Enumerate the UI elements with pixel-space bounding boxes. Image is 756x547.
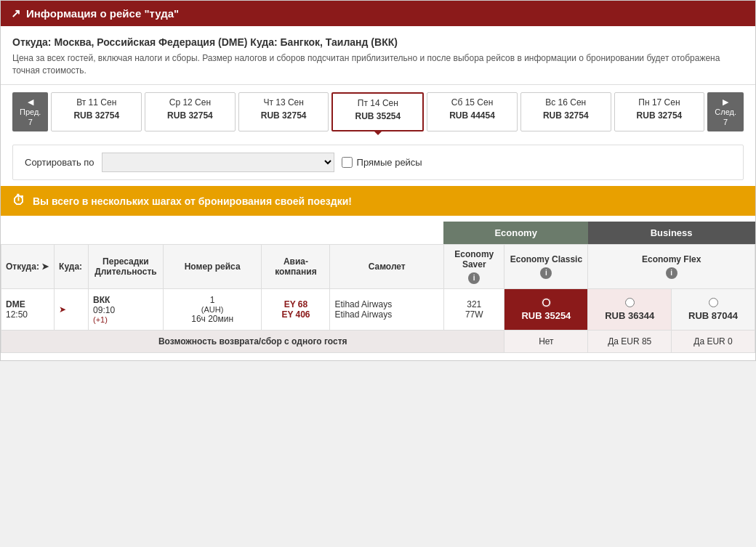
saver-radio-row [509,298,583,307]
date-cell-1[interactable]: Ср 12 Сен RUB 32754 [145,92,236,132]
classic-header: Economy Classic i [504,245,588,289]
plane-2: 77W [449,309,500,320]
from-code: DME [6,299,49,309]
refund-classic-value: Да EUR 85 [588,331,672,353]
refund-saver-value: Нет [504,331,588,353]
refund-flex-value: Да EUR 0 [672,331,755,353]
date-day-5: Вс 16 Сен [528,97,603,108]
classic-price-cell[interactable]: RUB 36344 [588,289,672,331]
flex-price-cell[interactable]: RUB 87044 [672,289,755,331]
flex-price: RUB 87044 [676,310,750,321]
airline-1: Etihad Airways [334,299,439,309]
page-header: ↗ Информация о рейсе "туда" [1,1,755,26]
date-price-6: RUB 32754 [622,110,697,121]
date-day-1: Ср 12 Сен [153,97,228,108]
next-arrow-icon: ▶ [723,97,728,107]
flex-radio-row [676,298,750,307]
saver-price: RUB 35254 [509,310,583,321]
promo-banner: ⏱ Вы всего в нескольких шагах от брониро… [1,186,755,216]
prev-dates-button[interactable]: ◀ Пред. 7 [12,92,48,132]
from-cell: DME 12:50 [1,289,55,331]
plane-1: 321 [449,299,500,309]
business-group-header: Business [588,222,755,245]
date-price-1: RUB 32754 [153,110,228,121]
flight-direction-icon: ➤ [59,304,66,315]
date-cell-5[interactable]: Вс 16 Сен RUB 32754 [520,92,611,132]
economy-group-header: Economy [443,222,587,245]
date-cell-3[interactable]: Пт 14 Сен RUB 35254 [331,92,424,132]
date-price-0: RUB 32754 [59,110,134,121]
sort-select[interactable] [102,153,334,172]
flight-num-2: EY 406 [266,309,325,320]
stops-code: (AUH) [168,305,257,314]
route-title: Откуда: Москва, Российская Федерация (DM… [12,36,744,48]
date-day-4: Сб 15 Сен [435,97,510,108]
date-price-5: RUB 32754 [528,110,603,121]
date-cell-4[interactable]: Сб 15 Сен RUB 44454 [427,92,518,132]
column-group-header-row: Economy Business [1,222,755,245]
stops-count: 1 [168,295,257,305]
date-price-3: RUB 35254 [340,111,415,121]
airline-2: Etihad Airways [334,309,439,320]
column-sub-header-row: Откуда: ➤ Куда: Пересадки Длительность Н… [1,245,755,289]
flex-header: Economy Flex i [588,245,755,289]
next-label: След. [715,107,736,117]
arrow-cell: ➤ [55,289,89,331]
to-header: Куда: [55,245,89,289]
to-day: (+1) [93,315,158,324]
stops-header: Пересадки Длительность [89,245,164,289]
prev-arrow-icon: ◀ [28,97,33,107]
date-cell-0[interactable]: Вт 11 Сен RUB 32754 [51,92,142,132]
next-count: 7 [723,117,728,127]
sort-label: Сортировать по [25,157,94,168]
duration: 16ч 20мин [168,314,257,324]
flights-table: Economy Business Откуда: ➤ Куда: Пересад… [1,222,755,353]
saver-info-icon[interactable]: i [468,272,480,284]
date-day-6: Пн 17 Сен [622,97,697,108]
saver-header: Economy Saver i [443,245,504,289]
from-time: 12:50 [6,309,49,320]
to-time: 09:10 [93,305,158,315]
header-arrow-icon: ↗ [11,7,20,20]
date-day-3: Пт 14 Сен [340,98,415,108]
header-title: Информация о рейсе "туда" [26,7,179,20]
airline-cell: Etihad Airways Etihad Airways [330,289,444,331]
refund-row: Возможность возврата/сбор с одного гостя… [1,331,755,353]
date-cell-6[interactable]: Пн 17 Сен RUB 32754 [614,92,705,132]
price-note: Цена за всех гостей, включая налоги и сб… [12,52,744,77]
direct-flights-checkbox[interactable] [342,157,353,168]
airline-header: Авиа-компания [262,245,330,289]
flex-radio[interactable] [709,298,718,307]
saver-radio[interactable] [542,298,551,307]
main-container: ↗ Информация о рейсе "туда" Откуда: Моск… [0,0,756,361]
direct-label-text: Прямые рейсы [357,157,422,168]
promo-icon: ⏱ [12,193,25,208]
stops-cell: 1 (AUH) 16ч 20мин [163,289,262,331]
saver-price-cell[interactable]: RUB 35254 [504,289,588,331]
next-dates-button[interactable]: ▶ След. 7 [707,92,744,132]
flight-num-1: EY 68 [266,299,325,309]
flex-info-icon[interactable]: i [666,267,677,279]
flight-num-header: Номер рейса [163,245,262,289]
info-section: Откуда: Москва, Российская Федерация (DM… [1,26,755,85]
classic-radio[interactable] [625,298,635,307]
date-day-2: Чт 13 Сен [246,97,321,108]
from-header: Откуда: ➤ [1,245,55,289]
date-navigation: ◀ Пред. 7 Вт 11 Сен RUB 32754 Ср 12 Сен … [1,85,755,139]
direct-flights-filter: Прямые рейсы [342,157,422,168]
classic-info-icon[interactable]: i [540,267,552,279]
refund-label: Возможность возврата/сбор с одного гостя [1,331,504,353]
empty-header [1,222,444,245]
date-day-0: Вт 11 Сен [59,97,134,108]
classic-radio-row [592,298,667,307]
date-cell-2[interactable]: Чт 13 Сен RUB 32754 [238,92,329,132]
flights-table-wrapper: Economy Business Откуда: ➤ Куда: Пересад… [1,222,755,360]
classic-price: RUB 36344 [592,310,667,321]
to-cell: ВКК 09:10 (+1) [89,289,164,331]
promo-text: Вы всего в нескольких шагах от бронирова… [33,195,352,207]
sort-bar: Сортировать по Прямые рейсы [12,145,744,180]
plane-cell: 321 77W [443,289,504,331]
prev-count: 7 [28,117,33,127]
flight-num-cell: EY 68 EY 406 [262,289,330,331]
to-code: ВКК [93,295,158,305]
